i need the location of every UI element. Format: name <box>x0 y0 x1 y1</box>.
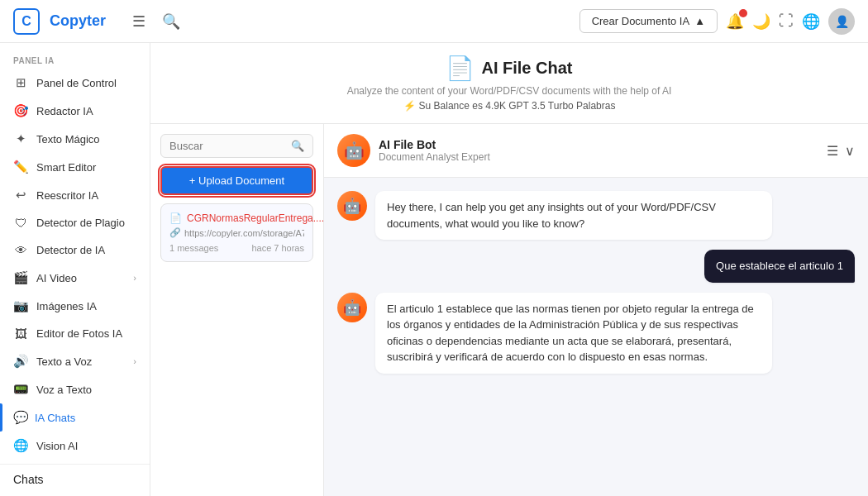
menu-icon[interactable]: ☰ <box>129 9 149 34</box>
chat-left-panel: 🔍 + Upload Document 📄 CGRNormasRegularEn… <box>150 124 324 496</box>
sidebar-item-ai-video[interactable]: 🎬 AI Video › <box>0 264 150 292</box>
notification-badge <box>739 9 747 17</box>
ia-chats-icon: 💬 <box>13 410 28 425</box>
bot-close-icon[interactable]: ∨ <box>845 143 855 159</box>
bot-avatar: 🤖 <box>337 134 370 167</box>
sidebar-item-voz-a-texto[interactable]: 📟 Voz a Texto <box>0 375 150 403</box>
balance-text: Su Balance es 4.9K GPT 3.5 Turbo Palabra… <box>419 100 616 112</box>
doc-card-meta: 1 messages hace 7 horas <box>169 243 304 253</box>
texto-magico-icon: ✦ <box>13 131 28 146</box>
bot-msg-avatar: 🤖 <box>337 191 367 221</box>
doc-time: hace 7 horas <box>251 243 304 253</box>
user-message-text: Que establece el articulo 1 <box>716 260 843 272</box>
bot-header: 🤖 AI File Bot Document Analyst Expert ☰ … <box>324 124 868 178</box>
smart-editor-icon: ✏️ <box>13 160 28 174</box>
redactor-ia-icon: 🎯 <box>13 103 28 118</box>
bot-role: Document Analyst Expert <box>379 151 818 163</box>
bot-message-text: Hey there, I can help you get any insigh… <box>387 201 716 230</box>
globe-icon[interactable]: 🌐 <box>802 12 820 31</box>
bot-header-actions: ☰ ∨ <box>827 143 855 159</box>
search-input[interactable] <box>169 140 286 152</box>
sidebar-item-redactor-ia[interactable]: 🎯 Redactor IA <box>0 97 150 125</box>
user-message-row: Que establece el articulo 1 <box>337 250 855 283</box>
page-title: AI File Chat <box>481 59 572 78</box>
logo-name: Copyter <box>50 12 106 30</box>
texto-a-voz-icon: 🔊 <box>13 354 28 369</box>
imagenes-icon: 📷 <box>13 298 28 313</box>
pdf-icon: 📄 <box>169 212 182 224</box>
sidebar-item-detector-ia[interactable]: 👁 Detector de IA <box>0 236 150 264</box>
sidebar-item-panel-control[interactable]: ⊞ Panel de Control <box>0 69 150 97</box>
sidebar-item-editor-fotos[interactable]: 🖼 Editor de Fotos IA <box>0 320 150 347</box>
lightning-icon: ⚡ <box>403 100 416 112</box>
sidebar-item-ia-chats[interactable]: 💬 IA Chats <box>0 403 150 432</box>
bot-name: AI File Bot <box>379 138 818 151</box>
ai-file-icon: 📄 <box>446 55 475 82</box>
bot-message-row-2: 🤖 El articulo 1 establece que las normas… <box>337 293 855 374</box>
bot-message-bubble-2: El articulo 1 establece que las normas t… <box>375 293 772 374</box>
doc-card-link: 🔗 https://copyler.com/storage/A72co2OejW… <box>169 227 304 238</box>
page-subtitle: Analyze the content of your Word/PDF/CSV… <box>167 85 851 97</box>
detector-ia-icon: 👁 <box>13 243 28 257</box>
sidebar-item-label: Vision AI <box>36 440 136 452</box>
ai-video-arrow: › <box>133 273 136 283</box>
sidebar-item-texto-a-voz[interactable]: 🔊 Texto a Voz › <box>0 347 150 375</box>
voz-a-texto-icon: 📟 <box>13 382 28 397</box>
sidebar-item-label: Texto a Voz <box>36 355 125 368</box>
doc-messages-count: 1 messages <box>169 243 218 253</box>
bot-message-text-2: El articulo 1 establece que las normas t… <box>387 303 754 364</box>
document-card[interactable]: 📄 CGRNormasRegularEntrega.... 🔗 https://… <box>160 203 313 262</box>
sidebar-item-label: Reescritor IA <box>36 189 136 202</box>
content-area: 📄 AI File Chat Analyze the content of yo… <box>150 43 868 496</box>
chat-right-panel: 🤖 AI File Bot Document Analyst Expert ☰ … <box>324 124 868 496</box>
vision-ai-icon: 🌐 <box>13 438 28 453</box>
doc-card-title: 📄 CGRNormasRegularEntrega.... <box>169 212 304 224</box>
balance-row: ⚡ Su Balance es 4.9K GPT 3.5 Turbo Palab… <box>167 100 851 112</box>
header-right: Crear Documento IA ▲ 🔔 🌙 ⛶ 🌐 👤 <box>579 8 855 35</box>
crear-documento-button[interactable]: Crear Documento IA ▲ <box>579 9 718 33</box>
user-message-bubble: Que establece el articulo 1 <box>704 250 855 283</box>
sidebar-section-label: PANEL IA <box>0 50 150 69</box>
chats-bottom-tab[interactable]: Chats <box>0 464 150 489</box>
sidebar-item-label: Imágenes IA <box>36 300 136 312</box>
moon-icon[interactable]: 🌙 <box>752 12 770 31</box>
upload-document-button[interactable]: + Upload Document <box>160 166 313 195</box>
fullscreen-icon[interactable]: ⛶ <box>779 12 794 30</box>
bot-info: AI File Bot Document Analyst Expert <box>379 138 818 163</box>
editor-fotos-icon: 🖼 <box>13 327 28 341</box>
header: C Copyter ☰ 🔍 Crear Documento IA ▲ 🔔 🌙 ⛶… <box>0 0 868 43</box>
sidebar-item-imagenes-ia[interactable]: 📷 Imágenes IA <box>0 292 150 320</box>
chevron-up-icon: ▲ <box>694 15 705 27</box>
sidebar-item-reescritor-ia[interactable]: ↩ Reescritor IA <box>0 181 150 209</box>
sidebar-item-texto-magico[interactable]: ✦ Texto Mágico <box>0 125 150 153</box>
notification-button[interactable]: 🔔 <box>726 12 744 31</box>
sidebar-item-label: Smart Editor <box>36 161 136 174</box>
sidebar-item-label: Texto Mágico <box>36 133 136 145</box>
sidebar-item-detector-plagio[interactable]: 🛡 Detector de Plagio <box>0 209 150 236</box>
sidebar-item-label: Detector de Plagio <box>36 217 136 229</box>
search-box: 🔍 <box>160 134 313 158</box>
page-header: 📄 AI File Chat Analyze the content of yo… <box>150 43 868 124</box>
search-icon[interactable]: 🔍 <box>159 9 184 34</box>
sidebar-item-label: AI Video <box>36 272 125 284</box>
sidebar-item-label: Panel de Control <box>36 77 136 89</box>
sidebar-item-label: Voz a Texto <box>36 384 136 396</box>
logo-letter: C <box>21 14 31 29</box>
detector-plagio-icon: 🛡 <box>13 216 28 230</box>
sidebar: PANEL IA ⊞ Panel de Control 🎯 Redactor I… <box>0 43 150 496</box>
bot-msg-avatar-2: 🤖 <box>337 293 367 322</box>
main-layout: PANEL IA ⊞ Panel de Control 🎯 Redactor I… <box>0 43 868 496</box>
panel-control-icon: ⊞ <box>13 75 28 90</box>
search-icon: 🔍 <box>291 140 304 152</box>
texto-a-voz-arrow: › <box>133 356 136 366</box>
ai-video-icon: 🎬 <box>13 270 28 285</box>
sidebar-item-smart-editor[interactable]: ✏️ Smart Editor <box>0 153 150 181</box>
user-avatar[interactable]: 👤 <box>828 8 855 35</box>
bot-menu-icon[interactable]: ☰ <box>827 143 838 159</box>
sidebar-item-label: IA Chats <box>35 412 136 424</box>
sidebar-item-label: Editor de Fotos IA <box>36 327 136 340</box>
sidebar-item-vision-ai[interactable]: 🌐 Vision AI <box>0 432 150 460</box>
reescritor-icon: ↩ <box>13 188 28 203</box>
chat-layout: 🔍 + Upload Document 📄 CGRNormasRegularEn… <box>150 124 868 496</box>
page-title-row: 📄 AI File Chat <box>167 55 851 82</box>
